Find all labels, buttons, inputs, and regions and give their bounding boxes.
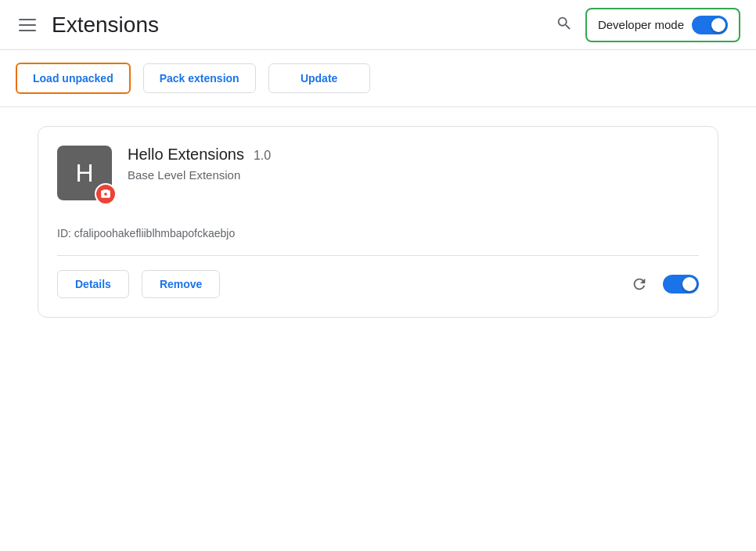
camera-icon [100, 189, 111, 200]
extension-icon-wrapper: H [57, 146, 112, 200]
search-icon[interactable] [556, 15, 573, 35]
details-button[interactable]: Details [57, 270, 129, 298]
extension-info: Hello Extensions 1.0 Base Level Extensio… [128, 146, 699, 182]
hamburger-icon[interactable] [16, 16, 39, 34]
card-bottom: Details Remove [57, 255, 699, 298]
extension-description: Base Level Extension [128, 168, 699, 182]
toggle-thumb [711, 18, 725, 32]
extension-icon-letter: H [75, 159, 93, 188]
developer-mode-label: Developer mode [598, 18, 684, 31]
extension-version: 1.0 [254, 149, 271, 163]
main-content: H Hello Extensions 1.0 Base Level Extens… [0, 107, 756, 337]
header-left: Extensions [16, 13, 556, 38]
header: Extensions Developer mode [0, 0, 756, 50]
load-unpacked-button[interactable]: Load unpacked [16, 63, 131, 94]
header-right: Developer mode [556, 8, 740, 42]
pack-extension-button[interactable]: Pack extension [143, 63, 256, 93]
update-button[interactable]: Update [268, 63, 370, 93]
extension-name-row: Hello Extensions 1.0 [128, 146, 699, 164]
card-top: H Hello Extensions 1.0 Base Level Extens… [57, 146, 699, 200]
extension-toggle[interactable] [663, 275, 699, 294]
page-title: Extensions [52, 13, 159, 38]
extension-id: ID: cfalipoohakefliiblhmbapofckaebjo [57, 219, 699, 239]
toolbar: Load unpacked Pack extension Update [0, 50, 756, 107]
remove-button[interactable]: Remove [142, 270, 220, 298]
reload-icon[interactable] [628, 273, 650, 295]
toggle-track [692, 16, 728, 34]
developer-mode-toggle[interactable] [692, 16, 728, 34]
developer-mode-container: Developer mode [585, 8, 740, 42]
extension-name: Hello Extensions [128, 146, 244, 164]
ext-toggle-knob [682, 277, 697, 291]
extension-badge [95, 183, 117, 205]
extension-card: H Hello Extensions 1.0 Base Level Extens… [38, 126, 718, 318]
